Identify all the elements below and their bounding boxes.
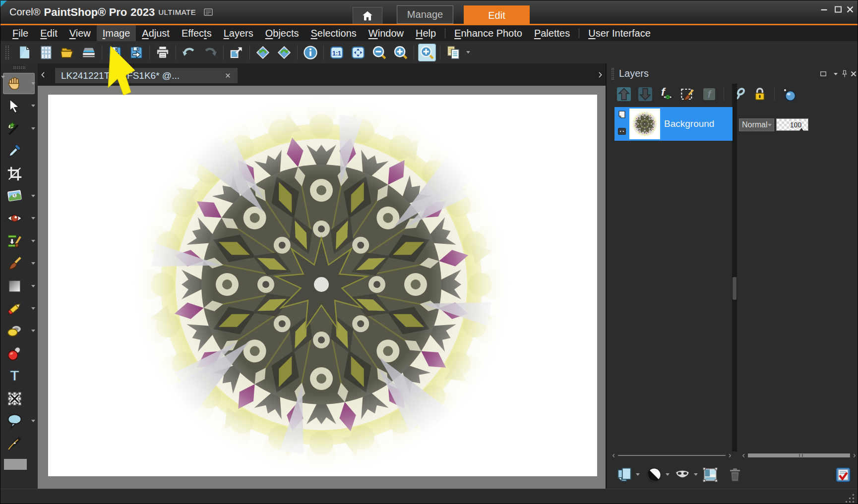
layer-thumbnail[interactable] — [629, 109, 660, 139]
tool-gradient-button[interactable] — [3, 276, 35, 297]
tool-crop[interactable] — [0, 163, 38, 185]
tab-manage[interactable]: Manage — [397, 5, 453, 24]
tool-color-changer-button[interactable] — [3, 320, 35, 341]
tool-callout-button[interactable] — [3, 410, 35, 432]
tool-straighten[interactable] — [0, 185, 38, 207]
open-button[interactable] — [59, 44, 76, 61]
menu-user-interface[interactable]: User Interface — [582, 25, 657, 41]
scrollbar-track[interactable] — [618, 455, 726, 456]
resize-button[interactable] — [228, 44, 245, 61]
menu-view[interactable]: View — [63, 25, 97, 41]
flyout-caret-icon[interactable] — [31, 330, 35, 332]
zoom-out-button[interactable] — [371, 44, 388, 61]
tool-dropper[interactable] — [0, 140, 38, 162]
new-layer-button[interactable] — [615, 465, 634, 484]
new-adjustment-layer-button[interactable] — [645, 465, 664, 484]
highlight-button[interactable] — [781, 86, 797, 103]
undo-button[interactable] — [181, 44, 197, 61]
image-information-button[interactable] — [302, 44, 319, 61]
move-down-button[interactable] — [637, 86, 654, 103]
tool-pick[interactable] — [0, 95, 38, 117]
resize-grip[interactable] — [853, 494, 854, 496]
tool-text-button[interactable]: T — [3, 365, 35, 387]
tool-dropper-button[interactable] — [3, 140, 35, 162]
tool-eraser[interactable] — [0, 297, 38, 320]
edit-layer-button[interactable] — [679, 86, 696, 103]
copy-button[interactable] — [445, 44, 462, 61]
flyout-caret-icon[interactable] — [666, 473, 670, 476]
lock-button[interactable] — [751, 86, 768, 103]
flyout-caret-icon[interactable] — [31, 240, 35, 242]
script-button[interactable]: f — [701, 86, 718, 103]
rotate-right-button[interactable] — [276, 44, 293, 61]
scroll-right-icon[interactable] — [727, 452, 733, 459]
scan-button[interactable] — [80, 44, 97, 61]
panel-pin-button[interactable] — [840, 69, 850, 79]
tool-preset-shape-button[interactable] — [3, 388, 35, 409]
fit-window-button[interactable] — [350, 44, 367, 61]
flyout-caret-icon[interactable] — [31, 420, 35, 422]
scroll-left-icon[interactable] — [611, 452, 617, 459]
tool-color-changer[interactable] — [0, 320, 38, 342]
menu-image[interactable]: Image — [97, 25, 136, 41]
tab-close-icon[interactable] — [224, 72, 232, 79]
toggle-visibility-button[interactable]: f — [658, 86, 675, 103]
panel-close-button[interactable] — [849, 69, 858, 79]
tool-crop-button[interactable] — [3, 163, 35, 184]
browse-button[interactable] — [38, 44, 55, 61]
scroll-left-icon[interactable] — [740, 452, 747, 459]
menu-selections[interactable]: Selections — [305, 25, 363, 41]
edit-selection-button[interactable] — [834, 465, 853, 484]
menu-file[interactable]: File — [6, 25, 34, 41]
flyout-caret-icon[interactable] — [31, 82, 35, 85]
menu-objects[interactable]: Objects — [259, 25, 305, 41]
image-canvas[interactable] — [48, 95, 597, 476]
tool-magic-wand[interactable] — [0, 117, 38, 140]
panel-float-button[interactable] — [818, 69, 828, 79]
toolbar-grip[interactable] — [5, 46, 9, 59]
menu-enhance-photo[interactable]: Enhance Photo — [448, 25, 528, 41]
scroll-right-icon[interactable] — [851, 452, 858, 459]
maximize-button[interactable] — [832, 3, 845, 16]
new-button[interactable] — [16, 44, 33, 61]
redo-button[interactable] — [202, 44, 219, 61]
rotate-left-button[interactable] — [254, 44, 271, 61]
tool-picture-tube[interactable] — [0, 342, 38, 365]
resize-grip[interactable] — [853, 501, 854, 503]
close-button[interactable] — [844, 3, 857, 16]
flyout-caret-icon[interactable] — [31, 262, 35, 265]
resize-grip[interactable] — [849, 501, 851, 503]
zoom-100-button[interactable]: 1:1 — [328, 44, 345, 61]
menu-adjust[interactable]: Adjust — [136, 25, 176, 41]
opacity-slider-handle[interactable] — [799, 128, 803, 131]
minimize-button[interactable] — [818, 3, 831, 16]
opacity-slider[interactable]: 100 — [776, 118, 808, 131]
document-tab[interactable]: LK241221TT9PFS1K6* @... — [55, 68, 238, 83]
panel-splitter[interactable] — [732, 84, 737, 451]
tool-eraser-button[interactable] — [3, 298, 35, 319]
tool-paint-brush-button[interactable] — [3, 253, 35, 274]
flyout-caret-icon[interactable] — [694, 473, 698, 476]
flyout-caret-icon[interactable] — [31, 217, 35, 220]
home-button[interactable] — [353, 7, 382, 24]
tool-pen-button[interactable] — [3, 433, 35, 454]
flyout-caret-icon[interactable] — [31, 307, 35, 310]
tools-palette-grip[interactable] — [13, 66, 25, 69]
tool-pick-button[interactable] — [3, 95, 35, 116]
new-layer-group-button[interactable] — [701, 465, 720, 484]
scrollbar-thumb[interactable] — [799, 454, 803, 457]
resize-grip[interactable] — [849, 498, 851, 499]
resize-grip[interactable] — [853, 498, 854, 499]
panel-grip[interactable] — [612, 68, 614, 80]
new-mask-layer-button[interactable] — [673, 465, 692, 484]
tool-makeover-button[interactable] — [3, 230, 35, 252]
flyout-caret-icon[interactable] — [31, 127, 35, 130]
tool-straighten-button[interactable] — [3, 185, 35, 207]
tool-magic-wand-button[interactable] — [3, 118, 35, 139]
tool-pan-button[interactable] — [3, 73, 35, 94]
menu-palettes[interactable]: Palettes — [528, 25, 576, 41]
flyout-caret-icon[interactable] — [636, 473, 640, 476]
flyout-caret-icon[interactable] — [31, 105, 35, 107]
save-button[interactable] — [107, 44, 123, 61]
move-up-button[interactable] — [615, 86, 632, 103]
